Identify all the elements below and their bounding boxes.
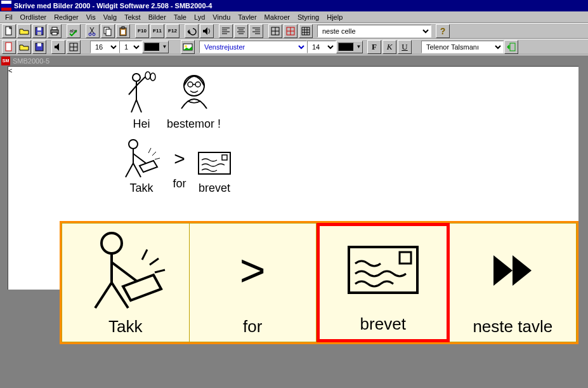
svg-point-35 (195, 82, 200, 87)
second-num-combo[interactable]: 1 (119, 41, 142, 53)
svg-rect-46 (222, 155, 227, 160)
menu-rediger[interactable]: Rediger (50, 13, 82, 22)
menu-ordlister[interactable]: Ordlister (16, 13, 51, 22)
speak2-button[interactable] (51, 40, 65, 54)
window-titlebar: Skrive med Bilder 2000 - Widgit Software… (0, 0, 588, 11)
menu-makroer[interactable]: Makroer (261, 13, 294, 22)
menu-vindu[interactable]: Vindu (209, 13, 234, 22)
third-num-combo[interactable]: 14 (307, 41, 336, 53)
svg-rect-55 (349, 247, 417, 293)
paste-button[interactable] (116, 24, 130, 38)
cell-action-combo[interactable]: neste celle (317, 25, 431, 37)
help-button[interactable]: ? (436, 24, 450, 38)
svg-line-39 (126, 163, 133, 177)
copy-button[interactable] (101, 24, 115, 38)
cut-button[interactable] (86, 24, 100, 38)
grid4-button[interactable] (67, 40, 81, 54)
grid-board: Takk > for brevet (60, 221, 578, 344)
document-tab-bar: SM SMB2000-5 (0, 55, 588, 66)
svg-rect-2 (37, 27, 41, 30)
menu-tekst[interactable]: Tekst (121, 13, 145, 22)
align-right-button[interactable] (249, 24, 263, 38)
svg-rect-3 (37, 32, 41, 35)
menu-bilder[interactable]: Bilder (145, 13, 170, 22)
sym-brevet: brevet (195, 147, 233, 195)
doc-row-1: Hei bestemor ! (122, 70, 221, 131)
svg-rect-56 (400, 252, 411, 264)
new-doc-button[interactable] (2, 24, 16, 38)
f10-button[interactable]: F10 (135, 24, 149, 38)
svg-rect-45 (199, 152, 230, 174)
voice-combo[interactable]: Telenor Talsmanı (421, 41, 504, 53)
menu-lyd[interactable]: Lyd (190, 13, 209, 22)
undo-button[interactable] (185, 24, 199, 38)
doc-row-2: Takk > for brevet (119, 138, 233, 195)
underline-button[interactable]: U (398, 40, 412, 54)
svg-line-44 (155, 158, 160, 159)
document-tab-title[interactable]: SMB2000-5 (13, 57, 49, 65)
menu-tavler[interactable]: Tavler (234, 13, 260, 22)
svg-line-41 (133, 154, 146, 163)
align-left-button[interactable] (219, 24, 233, 38)
toolbar-1: abc F10 F11 F12 neste celle ? (0, 23, 588, 39)
new-doc2-button[interactable] (2, 40, 16, 54)
save2-button[interactable] (32, 40, 46, 54)
apply-voice-button[interactable] (504, 40, 518, 54)
sym-bestemor: bestemor ! (167, 70, 221, 131)
menubar: Fil Ordlister Rediger Vis Valg Tekst Bil… (0, 11, 588, 23)
svg-line-29 (129, 86, 136, 95)
grid-cell-brevet[interactable]: brevet (317, 223, 450, 342)
menu-fil[interactable]: Fil (1, 13, 16, 22)
pic-button[interactable] (181, 40, 195, 54)
f11-button[interactable]: F11 (150, 24, 164, 38)
svg-point-31 (145, 72, 150, 79)
sym-takk: Takk (119, 138, 164, 195)
menu-valg[interactable]: Valg (100, 13, 121, 22)
svg-point-34 (188, 82, 193, 87)
grid-cell-for[interactable]: > for (190, 223, 317, 342)
toolbar-2: 16 1 ▼ Venstrejuster 14 ▼ F K U Telenor … (0, 39, 588, 55)
menu-tale[interactable]: Tale (170, 13, 190, 22)
color-picker-1[interactable]: ▼ (142, 41, 169, 53)
sym-brevet-large-icon (320, 226, 447, 314)
menu-vis[interactable]: Vis (82, 13, 100, 22)
spellcheck-button[interactable]: abc (67, 24, 81, 38)
svg-rect-14 (121, 30, 125, 34)
f12-button[interactable]: F12 (166, 24, 180, 38)
grid1-button[interactable] (268, 24, 282, 38)
svg-point-23 (185, 45, 187, 48)
color-picker-2[interactable]: ▼ (336, 41, 363, 53)
align-center-button[interactable] (234, 24, 248, 38)
grid3-button[interactable] (299, 24, 313, 38)
svg-rect-13 (122, 27, 124, 29)
bold-button[interactable]: F (367, 40, 381, 54)
align-combo[interactable]: Venstrejuster (199, 41, 307, 53)
speak-button[interactable] (200, 24, 214, 38)
window-title: Skrive med Bilder 2000 - Widgit Software… (14, 2, 587, 10)
svg-line-28 (136, 100, 141, 112)
italic-button[interactable]: K (382, 40, 396, 54)
font-size-combo[interactable]: 16 (90, 41, 119, 53)
open2-button[interactable] (17, 40, 31, 54)
svg-line-53 (150, 258, 159, 265)
save-button[interactable] (32, 24, 46, 38)
svg-line-54 (155, 270, 165, 272)
print-button[interactable] (48, 24, 62, 38)
svg-point-25 (133, 74, 140, 81)
open-button[interactable] (17, 24, 31, 38)
svg-line-43 (152, 152, 156, 156)
sym-for-large-icon: > (190, 224, 317, 317)
sym-hei: Hei (122, 70, 160, 131)
svg-rect-6 (52, 32, 57, 35)
menu-hjelp[interactable]: Hjelp (323, 13, 346, 22)
svg-rect-11 (106, 29, 111, 36)
next-board-icon (450, 224, 577, 317)
sym-for: > for (170, 143, 189, 191)
grid-cell-neste-tavle[interactable]: neste tavle (450, 223, 577, 342)
svg-point-47 (101, 233, 122, 253)
menu-styring[interactable]: Styring (294, 13, 323, 22)
svg-rect-18 (6, 43, 11, 51)
grid-cell-takk[interactable]: Takk (62, 223, 190, 342)
grid2-button[interactable] (284, 24, 297, 38)
sym-takk-large-icon (62, 224, 189, 317)
